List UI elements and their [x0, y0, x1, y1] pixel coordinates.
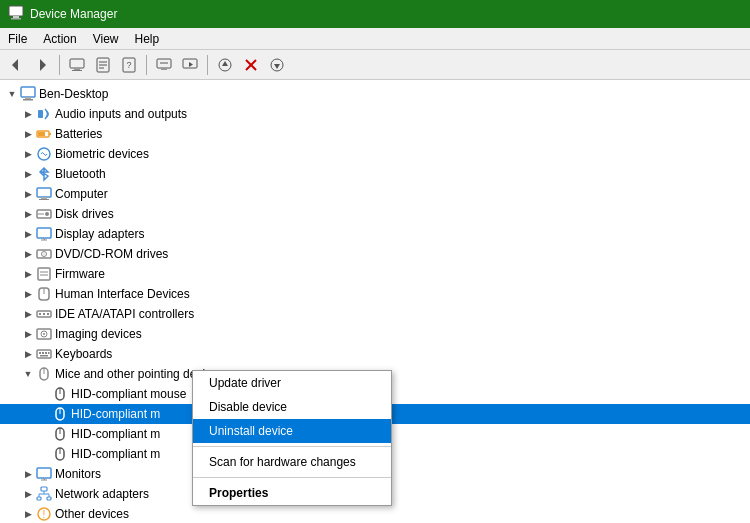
context-update-driver[interactable]: Update driver	[193, 371, 391, 395]
ide-expander[interactable]: ▶	[20, 306, 36, 322]
tree-biometric[interactable]: ▶ Biometric devices	[0, 144, 750, 164]
imaging-icon	[36, 326, 52, 342]
menu-file[interactable]: File	[0, 30, 35, 47]
keyboard-icon	[36, 346, 52, 362]
keyboards-label: Keyboards	[55, 347, 112, 361]
bluetooth-expander[interactable]: ▶	[20, 166, 36, 182]
title-bar-text: Device Manager	[30, 7, 117, 21]
context-scan-hardware[interactable]: Scan for hardware changes	[193, 450, 391, 474]
svg-rect-25	[21, 87, 35, 97]
mouse-icon	[36, 366, 52, 382]
dvd-label: DVD/CD-ROM drives	[55, 247, 168, 261]
network-expander[interactable]: ▶	[20, 486, 36, 502]
svg-rect-52	[43, 313, 45, 315]
monitors-label: Monitors	[55, 467, 101, 481]
monitors-expander[interactable]: ▶	[20, 466, 36, 482]
svg-rect-33	[37, 188, 51, 197]
tree-imaging[interactable]: ▶ Imaging devices	[0, 324, 750, 344]
tree-keyboards[interactable]: ▶ Keyboards	[0, 344, 750, 364]
properties-button[interactable]	[91, 53, 115, 77]
biometric-label: Biometric devices	[55, 147, 149, 161]
disk-expander[interactable]: ▶	[20, 206, 36, 222]
forward-button[interactable]	[30, 53, 54, 77]
tree-other[interactable]: ▶ ! Other devices	[0, 504, 750, 523]
computer-button[interactable]	[65, 53, 89, 77]
menu-help[interactable]: Help	[127, 30, 168, 47]
svg-point-56	[43, 333, 45, 335]
mice-expander[interactable]: ▼	[20, 366, 36, 382]
svg-rect-31	[38, 132, 45, 136]
tree-firmware[interactable]: ▶ Firmware	[0, 264, 750, 284]
context-uninstall-device[interactable]: Uninstall device	[193, 419, 391, 443]
tree-hid[interactable]: ▶ Human Interface Devices	[0, 284, 750, 304]
svg-rect-35	[39, 199, 49, 200]
hid-mouse-3-icon	[52, 426, 68, 442]
svg-point-37	[45, 212, 49, 216]
help-button[interactable]: ?	[117, 53, 141, 77]
hid-expander[interactable]: ▶	[20, 286, 36, 302]
dvd-icon	[36, 246, 52, 262]
hid-mouse-4-icon	[52, 446, 68, 462]
toolbar-sep-1	[59, 55, 60, 75]
context-sep-1	[193, 446, 391, 447]
svg-rect-15	[161, 68, 167, 70]
firmware-label: Firmware	[55, 267, 105, 281]
tree-display[interactable]: ▶ Display adapters	[0, 224, 750, 244]
menu-bar: File Action View Help	[0, 28, 750, 50]
context-properties[interactable]: Properties	[193, 481, 391, 505]
network-label: Network adapters	[55, 487, 149, 501]
context-menu: Update driver Disable device Uninstall d…	[192, 370, 392, 506]
other-icon: !	[36, 506, 52, 522]
computer-label: Computer	[55, 187, 108, 201]
download-button[interactable]	[265, 53, 289, 77]
tree-disk[interactable]: ▶ Disk drives	[0, 204, 750, 224]
display-label: Display adapters	[55, 227, 144, 241]
imaging-expander[interactable]: ▶	[20, 326, 36, 342]
dvd-expander[interactable]: ▶	[20, 246, 36, 262]
app-icon	[8, 5, 24, 24]
keyboards-expander[interactable]: ▶	[20, 346, 36, 362]
tree-ide[interactable]: ▶ IDE ATA/ATAPI controllers	[0, 304, 750, 324]
audio-expander[interactable]: ▶	[20, 106, 36, 122]
tree-computer[interactable]: ▶ Computer	[0, 184, 750, 204]
toolbar-sep-3	[207, 55, 208, 75]
svg-rect-51	[39, 313, 41, 315]
tree-batteries[interactable]: ▶ Batteries	[0, 124, 750, 144]
update-driver-button[interactable]	[213, 53, 237, 77]
tree-dvd[interactable]: ▶ DVD/CD-ROM drives	[0, 244, 750, 264]
menu-view[interactable]: View	[85, 30, 127, 47]
svg-text:?: ?	[126, 60, 131, 70]
context-disable-device[interactable]: Disable device	[193, 395, 391, 419]
computer-expander[interactable]: ▶	[20, 186, 36, 202]
battery-icon	[36, 126, 52, 142]
svg-rect-26	[25, 97, 31, 99]
root-expander[interactable]: ▼	[4, 86, 20, 102]
remove-button[interactable]	[239, 53, 263, 77]
other-expander[interactable]: ▶	[20, 506, 36, 522]
biometric-expander[interactable]: ▶	[20, 146, 36, 162]
svg-marker-24	[274, 64, 280, 69]
batteries-expander[interactable]: ▶	[20, 126, 36, 142]
computer2-icon	[36, 186, 52, 202]
scan-button[interactable]	[178, 53, 202, 77]
hid-mouse-3-label: HID-compliant m	[71, 427, 160, 441]
back-button[interactable]	[4, 53, 28, 77]
svg-marker-3	[12, 59, 18, 71]
svg-point-44	[44, 254, 45, 255]
svg-rect-77	[37, 497, 41, 500]
display-expander[interactable]: ▶	[20, 226, 36, 242]
svg-rect-27	[23, 99, 33, 101]
hid-mouse-1-icon	[52, 386, 68, 402]
batteries-label: Batteries	[55, 127, 102, 141]
ide-label: IDE ATA/ATAPI controllers	[55, 307, 194, 321]
tree-audio[interactable]: ▶ Audio inputs and outputs	[0, 104, 750, 124]
tree-bluetooth[interactable]: ▶ Bluetooth	[0, 164, 750, 184]
menu-action[interactable]: Action	[35, 30, 84, 47]
imaging-label: Imaging devices	[55, 327, 142, 341]
bluetooth-icon	[36, 166, 52, 182]
firmware-expander[interactable]: ▶	[20, 266, 36, 282]
tree-root[interactable]: ▼ Ben-Desktop	[0, 84, 750, 104]
svg-rect-34	[41, 197, 47, 199]
audio-icon	[36, 106, 52, 122]
device-manager-button[interactable]	[152, 53, 176, 77]
